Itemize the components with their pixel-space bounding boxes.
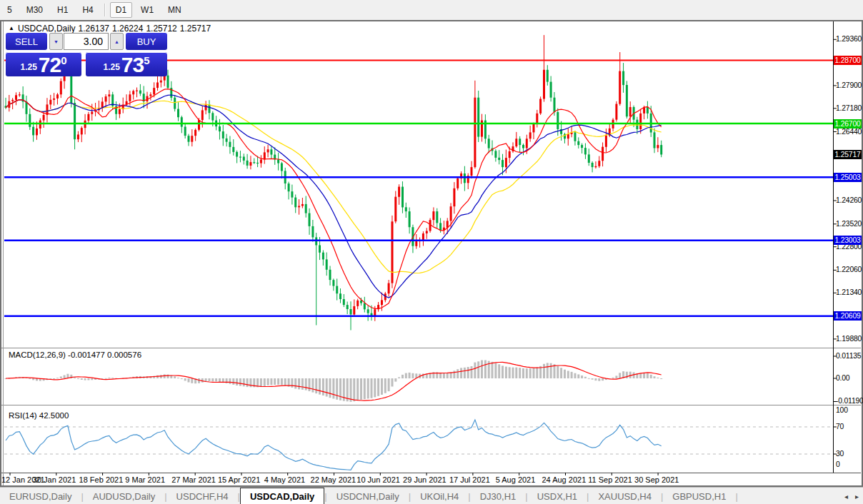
sell-price-prefix: 1.25: [20, 60, 36, 74]
level-price-badge: 1.23003: [834, 236, 862, 245]
date-axis-label: 24 Aug 2021: [542, 475, 586, 484]
date-axis-label: 9 Mar 2021: [125, 475, 165, 484]
date-axis-label: 30 Jan 2021: [33, 475, 76, 484]
date-axis-label: 5 Aug 2021: [496, 475, 536, 484]
chart-tab-usdchf[interactable]: USDCHF,H4: [167, 488, 238, 504]
current-price-badge: 1.25717: [834, 150, 862, 159]
sell-price-main: 72: [39, 56, 61, 74]
buy-price-pipette: 5: [144, 54, 149, 66]
date-axis-label: 15 Apr 2021: [218, 475, 260, 484]
timeframe-button-m30[interactable]: M30: [21, 2, 49, 18]
buy-button[interactable]: BUY: [126, 33, 167, 50]
price-axis-label: 1.19880: [836, 335, 862, 343]
chart-tab-eurusd[interactable]: EURUSD,Daily: [0, 488, 81, 504]
date-axis-label: 18 Feb 2021: [79, 475, 124, 484]
chevron-down-icon: ▼: [54, 39, 59, 44]
timeframe-button-d1[interactable]: D1: [110, 2, 132, 18]
price-axis-label: 1.23520: [836, 220, 862, 228]
price-axis-label: 1.26440: [836, 128, 862, 136]
price-axis-label: 1.29360: [836, 35, 862, 43]
volume-input[interactable]: [64, 33, 109, 50]
one-click-trading-panel: SELL ▼ ▲ BUY 1.25720 1.25735: [6, 33, 167, 76]
buy-price-prefix: 1.25: [103, 60, 119, 74]
ohlc-close: 1.25717: [180, 24, 211, 34]
date-axis-label: 22 May 2021: [311, 475, 356, 484]
macd-axis-label: -0.01190: [836, 397, 862, 405]
price-axis-label: 1.27180: [836, 104, 862, 112]
tab-scroll-left-icon[interactable]: ◂: [844, 493, 848, 500]
sell-price-pipette: 0: [61, 54, 66, 66]
collapse-triangle-icon[interactable]: ▲: [9, 25, 14, 31]
chart-tab-dj30[interactable]: DJ30,H1: [471, 488, 526, 504]
tab-scroll-right-icon[interactable]: ▸: [855, 493, 859, 500]
chart-tab-bar: EURUSD,Daily|AUDUSD,Daily|USDCHF,H4|USDC…: [0, 487, 863, 504]
price-axis-label: 1.21340: [836, 288, 862, 296]
tab-divider: |: [735, 488, 737, 504]
chart-tab-usdcnh[interactable]: USDCNH,Daily: [327, 488, 409, 504]
buy-price-main: 73: [121, 56, 144, 74]
level-price-badge: 1.28700: [834, 56, 862, 65]
rsi-axis-label: 30: [836, 450, 862, 458]
date-axis-label: 27 Mar 2021: [171, 475, 216, 484]
timeframe-button-mn[interactable]: MN: [162, 2, 187, 18]
rsi-indicator-label: RSI(14) 42.5000: [9, 411, 69, 420]
trading-terminal: 5M30H1H4D1W1MN ▲USDCAD,Daily1.261371.262…: [0, 0, 863, 504]
macd-indicator-label: MACD(12,26,9) -0.001477 0.000576: [9, 351, 141, 359]
sell-price-quote[interactable]: 1.25720: [6, 52, 81, 76]
chart-tab-usdx[interactable]: USDX,H1: [528, 488, 587, 504]
price-axis-label: 1.24260: [836, 196, 862, 204]
date-axis-label: 29 Jun 2021: [403, 475, 447, 484]
rsi-axis-label: 100: [836, 406, 862, 414]
timeframe-toolbar: 5M30H1H4D1W1MN: [0, 0, 863, 20]
date-axis-label: 17 Jul 2021: [449, 475, 490, 484]
buy-price-quote[interactable]: 1.25735: [86, 52, 167, 76]
date-axis-label: 30 Sep 2021: [634, 475, 679, 484]
toolbar-divider: [104, 4, 105, 16]
chart-window: [0, 20, 863, 487]
chart-tab-xauusd[interactable]: XAUUSD,H4: [589, 488, 660, 504]
date-axis-label: 4 May 2021: [264, 475, 305, 484]
date-axis-label: 11 Sep 2021: [588, 475, 632, 484]
volume-increase-button[interactable]: ▲: [110, 33, 124, 50]
chevron-up-icon: ▲: [114, 39, 119, 44]
tab-scroll-controls: ◂ ▸: [844, 488, 859, 504]
chart-tab-audusd[interactable]: AUDUSD,Daily: [84, 488, 164, 504]
rsi-axis-label: 70: [836, 423, 862, 430]
chart-tabs: EURUSD,Daily|AUDUSD,Daily|USDCHF,H4|USDC…: [0, 488, 738, 504]
chart-tab-gbpusd[interactable]: GBPUSD,H1: [663, 488, 735, 504]
macd-axis-label: 0.01135: [836, 352, 862, 360]
level-price-badge: 1.20609: [834, 311, 862, 321]
date-axis-label: 10 Jun 2021: [356, 475, 400, 484]
chart-title: ▲USDCAD,Daily1.261371.262241.257121.2571…: [9, 24, 214, 34]
ohlc-open: 1.26137: [79, 24, 109, 34]
price-axis-label: 1.27900: [836, 81, 862, 89]
rsi-axis-label: 0: [836, 460, 862, 468]
macd-axis-label: 0.00: [836, 374, 862, 382]
sell-button[interactable]: SELL: [6, 33, 47, 50]
ohlc-low: 1.25712: [146, 24, 176, 34]
timeframe-button-h1[interactable]: H1: [51, 2, 74, 18]
ohlc-high: 1.26224: [112, 24, 143, 34]
timeframe-button-5[interactable]: 5: [1, 2, 18, 18]
chart-tab-ukoil[interactable]: UKOil,H4: [411, 488, 468, 504]
level-price-badge: 1.25003: [834, 173, 862, 182]
timeframe-button-w1[interactable]: W1: [135, 2, 159, 18]
volume-decrease-button[interactable]: ▼: [49, 33, 63, 50]
price-axis-label: 1.22060: [836, 266, 862, 273]
chart-tab-usdcad[interactable]: USDCAD,Daily: [240, 488, 324, 504]
level-price-badge: 1.26700: [834, 119, 862, 128]
timeframe-button-h4[interactable]: H4: [76, 2, 99, 18]
chart-symbol-label: USDCAD,Daily: [18, 24, 76, 34]
